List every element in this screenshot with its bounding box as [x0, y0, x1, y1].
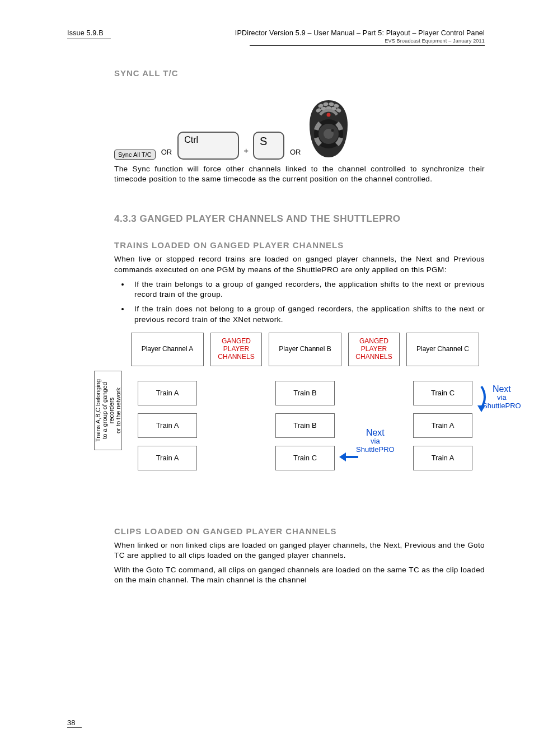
issue-label: Issue 5.9.B [67, 29, 104, 37]
ganged-trains-diagram: Trains A,B,C belonging to a group of gan… [71, 333, 496, 512]
trains-section-label: TRAINS LOADED ON GANGED PLAYER CHANNELS [114, 240, 485, 250]
side-rotated-label: Trains A,B,C belonging to a group of gan… [94, 371, 122, 450]
page-number: 38 [67, 718, 82, 728]
svg-marker-15 [339, 452, 346, 461]
sync-all-tc-button[interactable]: Sync All T/C [114, 150, 156, 160]
sync-paragraph: The Sync function will force other chann… [114, 164, 485, 184]
or-label-2: OR [289, 146, 302, 160]
or-label-1: OR [160, 146, 174, 160]
sync-figure: Sync All T/C OR Ctrl + S OR [114, 98, 485, 160]
arrow-down-curve-icon [476, 385, 487, 413]
section-sync-label: SYNC ALL T/C [114, 68, 485, 78]
train-box: Train A [138, 413, 197, 438]
page-header: Issue 5.9.B IPDirector Version 5.9 – Use… [67, 29, 485, 46]
heading-4-3-3: 4.3.3 GANGED PLAYER CHANNELS AND THE SHU… [114, 213, 485, 225]
train-box: Train A [413, 446, 472, 470]
train-box: Train B [275, 413, 335, 438]
next-label: Next via ShuttlePRO [356, 428, 395, 454]
train-box: Train C [413, 381, 472, 405]
clips-paragraph-1: When linked or non linked clips are load… [114, 540, 485, 561]
bullet-2: If the train does not belong to a group … [130, 304, 485, 324]
trains-bullets: If the train belongs to a group of gange… [114, 279, 485, 325]
train-box: Train B [275, 381, 335, 405]
clips-paragraph-2: With the Goto TC command, all clips on g… [114, 565, 485, 585]
arrow-left-icon [338, 450, 359, 464]
player-channel-c-header: Player Channel C [406, 333, 479, 366]
s-keycap: S [253, 132, 284, 160]
player-channel-a-header: Player Channel A [131, 333, 204, 366]
svg-point-13 [331, 129, 334, 132]
ganged-label: GANGED PLAYER CHANNELS [210, 333, 262, 366]
doc-subtitle: EVS Broadcast Equipment – January 2011 [235, 38, 485, 44]
train-box: Train A [413, 413, 472, 438]
train-box: Train A [138, 446, 197, 470]
ganged-label: GANGED PLAYER CHANNELS [348, 333, 400, 366]
next-label: Next via ShuttlePRO [483, 384, 521, 410]
ctrl-keycap: Ctrl [177, 132, 239, 160]
train-box: Train A [138, 381, 197, 405]
doc-title: IPDirector Version 5.9 – User Manual – P… [235, 29, 485, 37]
plus-label: + [243, 146, 249, 160]
clips-section-label: CLIPS LOADED ON GANGED PLAYER CHANNELS [114, 526, 485, 536]
svg-point-9 [327, 113, 331, 117]
trains-paragraph: When live or stopped record trains are l… [114, 254, 485, 274]
shuttlepro-icon [306, 98, 351, 160]
svg-marker-16 [477, 405, 485, 412]
train-box: Train C [275, 446, 335, 470]
bullet-1: If the train belongs to a group of gange… [130, 279, 485, 300]
player-channel-b-header: Player Channel B [269, 333, 341, 366]
